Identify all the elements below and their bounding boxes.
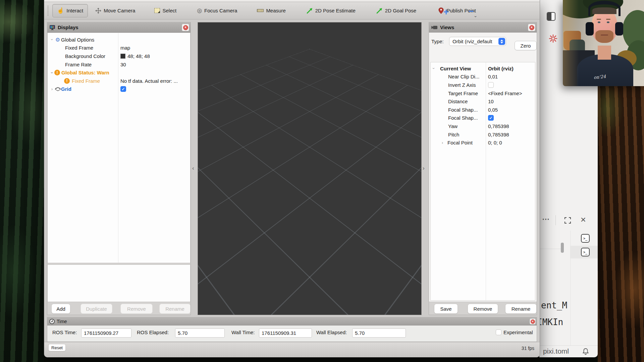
tool-2d-goal-pose[interactable]: 2D Goal Pose <box>372 4 421 17</box>
green-arrow-icon <box>306 7 313 14</box>
headphones-band <box>588 1 621 16</box>
divider <box>539 345 598 346</box>
tool-focus-camera[interactable]: ◎ Focus Camera <box>193 4 241 17</box>
maximize-panel-icon[interactable] <box>565 217 571 224</box>
collapse-right-chevron-icon[interactable]: › <box>423 165 425 172</box>
chevron-right-icon[interactable]: › <box>440 140 445 145</box>
person-beard <box>595 30 613 43</box>
eye <box>607 21 609 23</box>
view-type-combobox[interactable]: Orbit (rviz_default <box>449 37 506 46</box>
view-row-target-frame[interactable]: Target Frame <Fixed Frame> <box>431 89 535 98</box>
grid-icon <box>54 87 61 91</box>
split-editor-icon[interactable] <box>547 12 555 21</box>
tree-row-frame-rate[interactable]: Frame Rate 30 <box>48 60 190 69</box>
rename-display-button[interactable]: Rename <box>159 304 191 314</box>
terminal-icon[interactable]: >_ <box>581 248 590 256</box>
ros-elapsed-value[interactable]: 5.70 <box>175 328 225 338</box>
combobox-stepper-icon[interactable] <box>498 38 505 45</box>
view-row-focal-shape-fixed[interactable]: Focal Shap... ✓ <box>431 114 535 122</box>
ground-grid <box>198 22 422 198</box>
divider <box>539 249 561 249</box>
tool-interact[interactable]: ☝ Interact <box>52 4 88 17</box>
displays-empty-area <box>47 264 191 302</box>
rviz-toolbar: ☝ Interact Move Camera Select ◎ Focus Ca… <box>44 2 540 19</box>
chevron-right-icon[interactable]: › <box>50 87 54 92</box>
wall-elapsed-label: Wall Elapsed: <box>316 329 347 335</box>
view-row-invert-z[interactable]: Invert Z Axis <box>431 81 535 89</box>
views-close-button[interactable]: × <box>528 24 535 31</box>
zero-button[interactable]: Zero <box>515 41 537 50</box>
close-icon: × <box>529 25 534 30</box>
view-row-pitch[interactable]: Pitch 0,785398 <box>431 130 535 139</box>
view-row-distance[interactable]: Distance 10 <box>431 97 535 106</box>
rename-view-button[interactable]: Rename <box>505 304 537 314</box>
chevron-down-icon[interactable]: › <box>50 70 54 75</box>
close-panel-icon[interactable]: ✕ <box>580 216 586 224</box>
tool-move-camera[interactable]: Move Camera <box>91 4 140 17</box>
reset-button[interactable]: Reset <box>48 344 66 351</box>
remove-tool-button[interactable]: − <box>466 6 476 17</box>
duplicate-display-button[interactable]: Duplicate <box>80 304 112 314</box>
close-icon: × <box>183 25 188 30</box>
terminal-icon[interactable]: >_ <box>581 234 590 243</box>
starburst-icon[interactable] <box>549 34 557 43</box>
wall-time-value[interactable]: 1761150909.31 <box>259 328 312 338</box>
tree-row-global-options[interactable]: › ⚙ Global Options <box>48 36 190 44</box>
view-row-yaw[interactable]: Yaw 0,785398 <box>431 122 535 130</box>
time-close-button[interactable]: × <box>530 318 536 324</box>
tree-row-global-status[interactable]: › ! Global Status: Warn <box>48 68 190 77</box>
collapse-left-chevron-icon[interactable]: ‹ <box>192 165 194 172</box>
invert-z-checkbox[interactable] <box>488 82 494 88</box>
save-view-button[interactable]: Save <box>434 304 458 314</box>
3d-viewport[interactable] <box>198 22 422 315</box>
grid-enabled-checkbox[interactable]: ✓ <box>120 86 126 92</box>
add-tool-button[interactable]: + <box>441 7 451 17</box>
view-row-near-clip[interactable]: Near Clip Di... 0,01 <box>431 73 535 81</box>
experimental-checkbox[interactable] <box>496 329 501 335</box>
ruler-icon <box>257 9 264 12</box>
fixed-frame-value[interactable]: map <box>118 44 190 52</box>
toolbar-overflow-chevron-icon[interactable]: › <box>473 16 478 17</box>
tree-row-fixed-frame-warning[interactable]: ! Fixed Frame No tf data. Actual error: … <box>48 77 190 85</box>
desktop-wallpaper-left <box>0 0 44 362</box>
bell-icon[interactable] <box>582 348 589 355</box>
ros-elapsed-label: ROS Elapsed: <box>137 329 169 335</box>
frame-rate-value[interactable]: 30 <box>118 60 190 69</box>
eye <box>598 21 600 23</box>
ros-time-value[interactable]: 1761150909.27 <box>81 328 131 338</box>
tool-select[interactable]: Select <box>150 4 181 17</box>
chevron-down-icon[interactable]: › <box>50 37 54 42</box>
person-neck <box>598 46 611 60</box>
displays-panel-header[interactable]: Displays × <box>47 22 191 33</box>
views-panel-header[interactable]: Views × <box>429 22 537 33</box>
remove-display-button[interactable]: Remove <box>120 304 153 314</box>
tool-2d-pose-estimate[interactable]: 2D Pose Estimate <box>302 4 360 17</box>
displays-close-button[interactable]: × <box>182 24 189 31</box>
chevron-down-icon[interactable]: › <box>431 66 436 71</box>
webcam-overlay: on'24 <box>563 0 644 86</box>
scrollbar-thumb[interactable] <box>561 243 564 253</box>
divider <box>555 215 556 225</box>
monitor-icon <box>49 25 55 30</box>
wall-time-label: Wall Time: <box>231 329 255 335</box>
tree-row-background-color[interactable]: Background Color 48; 48; 48 <box>48 52 190 60</box>
tool-measure[interactable]: Measure <box>253 4 290 17</box>
view-row-focal-point[interactable]: › Focal Point 0; 0; 0 <box>431 138 535 147</box>
headphone-earcup-right <box>615 22 623 36</box>
background-color-value[interactable]: 48; 48; 48 <box>118 52 190 60</box>
more-actions-icon[interactable]: ⋯ <box>542 215 550 224</box>
tree-row-grid[interactable]: › Grid ✓ <box>48 85 190 94</box>
add-display-button[interactable]: Add <box>51 304 70 314</box>
wall-elapsed-value[interactable]: 5.70 <box>352 328 406 338</box>
experimental-label: Experimental <box>503 329 533 335</box>
views-body: Type: Orbit (rviz_default Zero › Current… <box>429 33 537 302</box>
mouth <box>601 35 608 36</box>
remove-view-button[interactable]: Remove <box>468 304 498 314</box>
time-panel-header[interactable]: Time × <box>47 317 537 325</box>
tree-row-fixed-frame[interactable]: Fixed Frame map <box>48 44 190 52</box>
view-row-current-view[interactable]: › Current View Orbit (rviz) <box>431 64 535 73</box>
view-row-focal-shape-size[interactable]: Focal Shap... 0,05 <box>431 106 535 114</box>
status-file-label[interactable]: pixi.toml <box>543 347 569 355</box>
focal-shape-checkbox[interactable]: ✓ <box>488 115 494 121</box>
toolbar-drag-handle[interactable] <box>48 6 49 16</box>
